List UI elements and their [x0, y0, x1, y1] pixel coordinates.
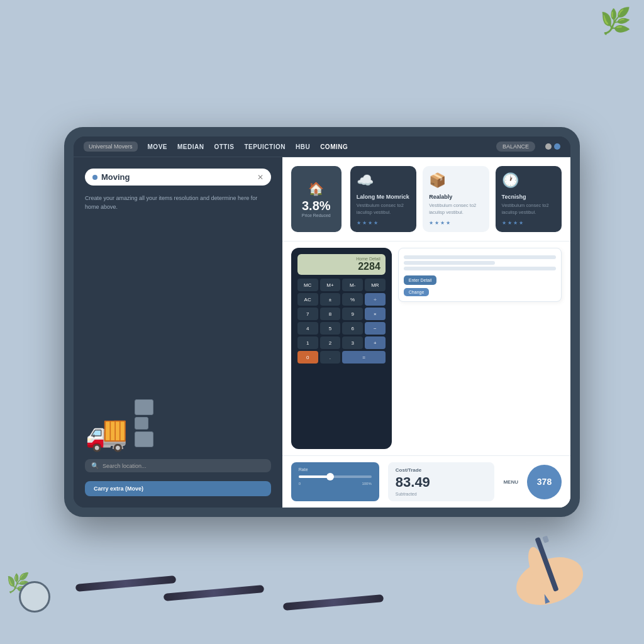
star-icon: ★	[519, 220, 523, 226]
leaf-decoration-top: 🌿	[600, 6, 631, 36]
feature-cards: ☁️ Lalong Me Momrick Vestibulum consec t…	[350, 166, 562, 232]
pen-decoration-3	[283, 594, 384, 611]
estimate-note: Subtracted	[396, 492, 487, 496]
nav-dots	[545, 143, 560, 150]
checklist-change-button[interactable]: Change	[404, 288, 430, 296]
calc-btn-3[interactable]: 3	[342, 336, 363, 349]
left-panel: Moving ✕ Create your amazing all your it…	[74, 157, 282, 508]
calculator: Home Detail 2284 MC M+ M- MR AC ± % ÷	[291, 248, 392, 449]
feature-title-2: Realably	[429, 194, 482, 200]
star-icon: ★	[357, 220, 361, 226]
calc-btn-2[interactable]: 2	[320, 336, 341, 349]
slider-values: 0 100%	[299, 482, 372, 486]
calc-btn-0[interactable]: 0	[297, 351, 318, 364]
search-bar[interactable]: Moving ✕	[85, 169, 271, 186]
checklist-line-1	[404, 255, 556, 259]
feature-desc-2: Vestibulum consec to2 iaculisp vestibul.	[429, 203, 482, 216]
calc-btn-6[interactable]: 6	[342, 322, 363, 335]
search-clear-icon[interactable]: ✕	[257, 173, 264, 182]
feature-icon-2: 📦	[429, 172, 482, 189]
calc-btn-mminus[interactable]: M-	[342, 279, 363, 291]
nav-item-move[interactable]: MOVE	[148, 143, 167, 150]
main-content: Moving ✕ Create your amazing all your it…	[74, 157, 570, 508]
star-icon: ★	[440, 220, 445, 226]
calc-btn-4[interactable]: 4	[297, 322, 318, 335]
hand-svg	[487, 506, 613, 619]
calc-display-number: 2284	[303, 261, 380, 272]
stat-card: 🏠 3.8% Price Reduced	[291, 166, 341, 232]
star-icon: ★	[435, 220, 439, 226]
calc-btn-equals[interactable]: =	[342, 351, 386, 364]
sub-search-icon: 🔍	[91, 462, 99, 469]
calc-display-small: Home Detail	[303, 257, 380, 261]
sub-search-placeholder: Search location...	[103, 463, 265, 469]
nav-item-ottis[interactable]: OTTIS	[214, 143, 234, 150]
calc-right-panel: Enter Detail Change	[398, 248, 562, 449]
checklist-line-2	[404, 261, 495, 265]
calc-btn-5[interactable]: 5	[320, 322, 341, 335]
calc-btn-7[interactable]: 7	[297, 308, 318, 320]
calc-btn-mr[interactable]: MR	[365, 279, 386, 291]
calc-btn-mc[interactable]: MC	[297, 279, 318, 291]
right-panel: 🏠 3.8% Price Reduced ☁️ Lalong Me Momric…	[282, 157, 570, 508]
feature-rating-1: ★ ★ ★ ★	[357, 220, 410, 226]
star-icon: ★	[374, 220, 378, 226]
calc-btn-9[interactable]: 9	[342, 308, 363, 320]
calc-btn-divide[interactable]: ÷	[365, 293, 386, 306]
feature-icon-3: 🕐	[502, 172, 555, 189]
clock-decoration	[19, 581, 50, 613]
star-icon: ★	[368, 220, 372, 226]
calc-btn-8[interactable]: 8	[320, 308, 341, 320]
star-icon: ★	[508, 220, 512, 226]
box-2	[135, 417, 148, 430]
calc-display: Home Detail 2284	[297, 254, 386, 275]
calc-btn-plusminus[interactable]: ±	[320, 293, 341, 306]
nav-item-coming[interactable]: COMING	[320, 143, 348, 150]
nav-dot-1[interactable]	[545, 143, 552, 150]
sub-search-bar[interactable]: 🔍 Search location...	[85, 459, 271, 472]
calc-btn-minus[interactable]: −	[365, 322, 386, 335]
slider-thumb[interactable]	[326, 473, 334, 480]
menu-label: MENU	[503, 479, 518, 485]
slider-track[interactable]	[299, 475, 372, 478]
calc-btn-dot[interactable]: .	[320, 351, 341, 364]
house-icon: 🏠	[308, 181, 324, 196]
tablet-device: Universal Movers MOVE MEDIAN OTTIS TEPUI…	[64, 127, 580, 517]
bottom-row: Rate 0 100% Cost/Trade 83.49	[282, 455, 570, 508]
calc-btn-1[interactable]: 1	[297, 336, 318, 349]
right-top-section: 🏠 3.8% Price Reduced ☁️ Lalong Me Momric…	[282, 157, 570, 242]
search-value: Moving	[101, 172, 253, 182]
feature-desc-3: Vestibulum consec to2 iaculisp vestibul.	[502, 203, 555, 216]
checklist-enter-button[interactable]: Enter Detail	[404, 275, 437, 285]
nav-logo: Universal Movers	[84, 142, 138, 152]
calc-btn-multiply[interactable]: ×	[365, 308, 386, 320]
box-1	[135, 399, 153, 415]
truck-area: 🚚	[85, 220, 271, 450]
truck-icon: 🚚	[85, 416, 128, 450]
nav-item-hbu[interactable]: HBU	[296, 143, 310, 150]
boxes-area	[135, 399, 153, 450]
hand-illustration	[487, 506, 613, 619]
nav-balance-button[interactable]: BALANCE	[496, 142, 535, 152]
calc-btn-ac[interactable]: AC	[297, 293, 318, 306]
star-icon: ★	[446, 220, 450, 226]
pen-decoration-1	[75, 575, 176, 592]
nav-item-tepuiction[interactable]: TEPUICTION	[244, 143, 286, 150]
cta-button[interactable]: Carry extra (Move)	[85, 481, 271, 496]
stat-number: 3.8%	[302, 199, 331, 213]
feature-card-1: ☁️ Lalong Me Momrick Vestibulum consec t…	[350, 166, 416, 232]
nav-dot-2[interactable]	[554, 143, 560, 150]
checklist-line-3	[404, 267, 556, 270]
calc-btn-percent[interactable]: %	[342, 293, 363, 306]
svg-point-0	[509, 548, 589, 613]
search-dot-icon	[92, 175, 97, 180]
nav-item-median[interactable]: MEDIAN	[177, 143, 204, 150]
calc-buttons: MC M+ M- MR AC ± % ÷ 7 8 9 × 4	[297, 279, 386, 364]
calc-btn-mplus[interactable]: M+	[320, 279, 341, 291]
feature-rating-3: ★ ★ ★ ★	[502, 220, 555, 226]
estimate-card: Cost/Trade 83.49 Subtracted	[388, 462, 495, 501]
estimate-label: Cost/Trade	[396, 467, 487, 473]
tablet-screen: Universal Movers MOVE MEDIAN OTTIS TEPUI…	[74, 136, 570, 508]
circle-badge: 378	[527, 465, 562, 499]
calc-btn-plus[interactable]: +	[365, 336, 386, 349]
